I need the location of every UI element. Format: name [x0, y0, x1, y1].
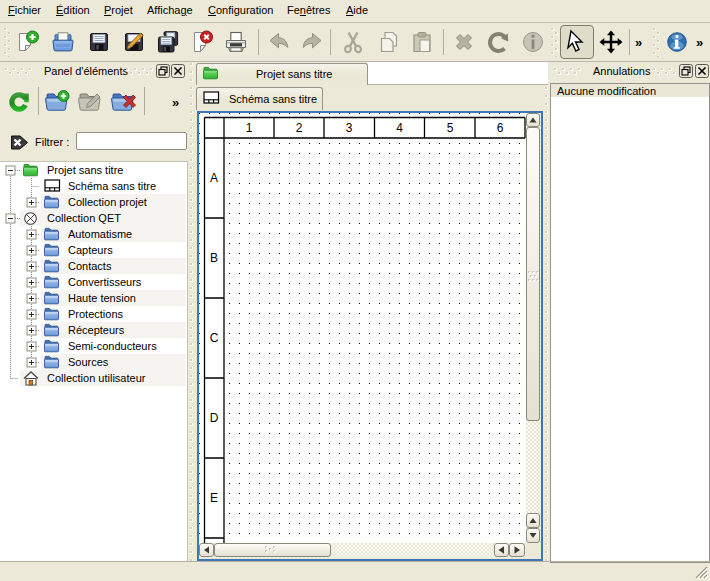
svg-text:1: 1: [246, 121, 253, 135]
svg-text:4: 4: [396, 121, 403, 135]
svg-text:E: E: [210, 491, 218, 505]
svg-text:C: C: [210, 331, 219, 345]
svg-text:D: D: [210, 411, 219, 425]
svg-text:5: 5: [447, 121, 454, 135]
svg-text:A: A: [210, 171, 218, 185]
svg-text:3: 3: [346, 121, 353, 135]
svg-text:6: 6: [497, 121, 504, 135]
svg-text:B: B: [210, 251, 218, 265]
svg-text:2: 2: [296, 121, 303, 135]
